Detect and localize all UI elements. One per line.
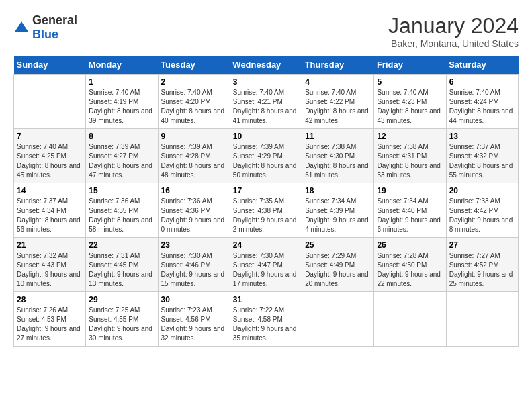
day-number: 30 <box>161 295 227 304</box>
calendar-week-1: 1 Sunrise: 7:40 AMSunset: 4:19 PMDayligh… <box>14 75 519 129</box>
calendar-cell: 17 Sunrise: 7:35 AMSunset: 4:38 PMDaylig… <box>230 183 302 238</box>
calendar-cell: 2 Sunrise: 7:40 AMSunset: 4:20 PMDayligh… <box>158 75 230 129</box>
day-info: Sunrise: 7:34 AMSunset: 4:39 PMDaylight:… <box>305 197 371 234</box>
day-info: Sunrise: 7:40 AMSunset: 4:19 PMDaylight:… <box>89 88 154 126</box>
header-wednesday: Wednesday <box>230 56 302 75</box>
header-saturday: Saturday <box>446 56 518 75</box>
day-info: Sunrise: 7:30 AMSunset: 4:47 PMDaylight:… <box>233 251 299 289</box>
calendar-cell: 12 Sunrise: 7:38 AMSunset: 4:31 PMDaylig… <box>374 129 446 183</box>
calendar-cell: 25 Sunrise: 7:29 AMSunset: 4:49 PMDaylig… <box>302 238 374 292</box>
day-info: Sunrise: 7:22 AMSunset: 4:58 PMDaylight:… <box>233 306 299 343</box>
day-info: Sunrise: 7:23 AMSunset: 4:56 PMDaylight:… <box>161 306 227 343</box>
calendar-cell: 9 Sunrise: 7:39 AMSunset: 4:28 PMDayligh… <box>158 129 230 183</box>
day-number: 18 <box>305 186 371 195</box>
calendar-cell: 3 Sunrise: 7:40 AMSunset: 4:21 PMDayligh… <box>230 75 302 129</box>
day-number: 6 <box>449 77 515 87</box>
day-number: 16 <box>161 186 227 195</box>
day-info: Sunrise: 7:40 AMSunset: 4:21 PMDaylight:… <box>233 88 299 126</box>
logo-icon <box>13 19 30 36</box>
day-info: Sunrise: 7:39 AMSunset: 4:29 PMDaylight:… <box>233 142 299 180</box>
day-number: 11 <box>305 132 371 141</box>
day-number: 27 <box>449 240 515 250</box>
logo-general: General <box>32 13 77 27</box>
calendar-week-5: 28 Sunrise: 7:26 AMSunset: 4:53 PMDaylig… <box>14 292 519 347</box>
day-number: 31 <box>233 295 299 304</box>
day-number: 15 <box>89 186 154 195</box>
day-info: Sunrise: 7:28 AMSunset: 4:50 PMDaylight:… <box>377 251 443 289</box>
day-number: 19 <box>377 186 443 195</box>
day-number: 21 <box>17 240 83 250</box>
calendar-week-4: 21 Sunrise: 7:32 AMSunset: 4:43 PMDaylig… <box>14 238 519 292</box>
day-info: Sunrise: 7:39 AMSunset: 4:28 PMDaylight:… <box>161 142 227 180</box>
day-number: 28 <box>17 295 83 304</box>
day-number: 23 <box>161 240 227 250</box>
day-info: Sunrise: 7:32 AMSunset: 4:43 PMDaylight:… <box>17 251 83 289</box>
day-info: Sunrise: 7:27 AMSunset: 4:52 PMDaylight:… <box>449 251 515 289</box>
location-title: Baker, Montana, United States <box>388 38 519 49</box>
calendar-cell: 20 Sunrise: 7:33 AMSunset: 4:42 PMDaylig… <box>446 183 518 238</box>
logo-text: General Blue <box>32 13 77 42</box>
calendar-cell: 29 Sunrise: 7:25 AMSunset: 4:55 PMDaylig… <box>86 292 158 347</box>
calendar-cell: 28 Sunrise: 7:26 AMSunset: 4:53 PMDaylig… <box>14 292 86 347</box>
day-info: Sunrise: 7:35 AMSunset: 4:38 PMDaylight:… <box>233 197 299 234</box>
calendar-cell: 13 Sunrise: 7:37 AMSunset: 4:32 PMDaylig… <box>446 129 518 183</box>
page-header: General Blue January 2024 Baker, Montana… <box>13 13 519 49</box>
calendar-cell: 18 Sunrise: 7:34 AMSunset: 4:39 PMDaylig… <box>302 183 374 238</box>
calendar-cell: 21 Sunrise: 7:32 AMSunset: 4:43 PMDaylig… <box>14 238 86 292</box>
day-info: Sunrise: 7:40 AMSunset: 4:25 PMDaylight:… <box>17 142 83 180</box>
calendar-cell: 15 Sunrise: 7:36 AMSunset: 4:35 PMDaylig… <box>86 183 158 238</box>
day-number: 10 <box>233 132 299 141</box>
day-info: Sunrise: 7:30 AMSunset: 4:46 PMDaylight:… <box>161 251 227 289</box>
day-number: 25 <box>305 240 371 250</box>
header-sunday: Sunday <box>14 56 86 75</box>
calendar-cell: 16 Sunrise: 7:36 AMSunset: 4:36 PMDaylig… <box>158 183 230 238</box>
calendar-cell: 10 Sunrise: 7:39 AMSunset: 4:29 PMDaylig… <box>230 129 302 183</box>
logo-blue: Blue <box>32 28 58 41</box>
calendar-cell: 22 Sunrise: 7:31 AMSunset: 4:45 PMDaylig… <box>86 238 158 292</box>
day-info: Sunrise: 7:37 AMSunset: 4:32 PMDaylight:… <box>449 142 515 180</box>
calendar-table: Sunday Monday Tuesday Wednesday Thursday… <box>13 56 519 347</box>
day-info: Sunrise: 7:37 AMSunset: 4:34 PMDaylight:… <box>17 197 83 234</box>
calendar-cell <box>374 292 446 347</box>
calendar-cell <box>446 292 518 347</box>
header-thursday: Thursday <box>302 56 374 75</box>
day-info: Sunrise: 7:38 AMSunset: 4:31 PMDaylight:… <box>377 142 443 180</box>
day-info: Sunrise: 7:36 AMSunset: 4:36 PMDaylight:… <box>161 197 227 234</box>
calendar-cell <box>14 75 86 129</box>
day-info: Sunrise: 7:33 AMSunset: 4:42 PMDaylight:… <box>449 197 515 234</box>
calendar-cell: 5 Sunrise: 7:40 AMSunset: 4:23 PMDayligh… <box>374 75 446 129</box>
day-number: 29 <box>89 295 154 304</box>
month-title: January 2024 <box>388 13 519 38</box>
day-info: Sunrise: 7:29 AMSunset: 4:49 PMDaylight:… <box>305 251 371 289</box>
day-info: Sunrise: 7:40 AMSunset: 4:23 PMDaylight:… <box>377 88 443 126</box>
header-tuesday: Tuesday <box>158 56 230 75</box>
calendar-cell: 26 Sunrise: 7:28 AMSunset: 4:50 PMDaylig… <box>374 238 446 292</box>
header-row: Sunday Monday Tuesday Wednesday Thursday… <box>14 56 519 75</box>
logo: General Blue <box>13 13 77 42</box>
header-monday: Monday <box>86 56 158 75</box>
day-number: 22 <box>89 240 154 250</box>
calendar-cell: 7 Sunrise: 7:40 AMSunset: 4:25 PMDayligh… <box>14 129 86 183</box>
day-number: 8 <box>89 132 154 141</box>
day-info: Sunrise: 7:40 AMSunset: 4:22 PMDaylight:… <box>305 88 371 126</box>
calendar-cell: 24 Sunrise: 7:30 AMSunset: 4:47 PMDaylig… <box>230 238 302 292</box>
day-info: Sunrise: 7:26 AMSunset: 4:53 PMDaylight:… <box>17 306 83 343</box>
calendar-cell: 27 Sunrise: 7:27 AMSunset: 4:52 PMDaylig… <box>446 238 518 292</box>
calendar-cell: 11 Sunrise: 7:38 AMSunset: 4:30 PMDaylig… <box>302 129 374 183</box>
day-number: 1 <box>89 77 154 87</box>
calendar-week-2: 7 Sunrise: 7:40 AMSunset: 4:25 PMDayligh… <box>14 129 519 183</box>
day-number: 26 <box>377 240 443 250</box>
day-number: 17 <box>233 186 299 195</box>
day-number: 4 <box>305 77 371 87</box>
calendar-cell: 30 Sunrise: 7:23 AMSunset: 4:56 PMDaylig… <box>158 292 230 347</box>
day-info: Sunrise: 7:36 AMSunset: 4:35 PMDaylight:… <box>89 197 154 234</box>
day-number: 7 <box>17 132 83 141</box>
day-info: Sunrise: 7:25 AMSunset: 4:55 PMDaylight:… <box>89 306 154 343</box>
svg-marker-0 <box>15 21 28 32</box>
calendar-cell: 31 Sunrise: 7:22 AMSunset: 4:58 PMDaylig… <box>230 292 302 347</box>
day-number: 2 <box>161 77 227 87</box>
calendar-cell: 6 Sunrise: 7:40 AMSunset: 4:24 PMDayligh… <box>446 75 518 129</box>
day-number: 12 <box>377 132 443 141</box>
day-number: 13 <box>449 132 515 141</box>
day-number: 5 <box>377 77 443 87</box>
